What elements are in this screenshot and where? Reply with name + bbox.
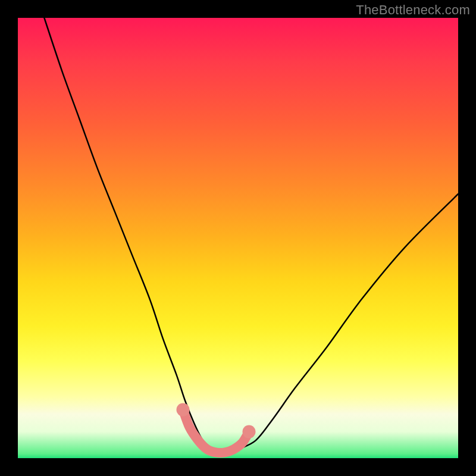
svg-point-0 bbox=[177, 403, 190, 416]
plot-area bbox=[18, 18, 458, 458]
chart-svg bbox=[18, 18, 458, 458]
highlighted-band-line bbox=[183, 410, 249, 453]
chart-frame: TheBottleneck.com bbox=[0, 0, 476, 476]
watermark-text: TheBottleneck.com bbox=[356, 2, 470, 18]
bottleneck-curve bbox=[44, 18, 458, 455]
svg-point-1 bbox=[243, 425, 256, 439]
